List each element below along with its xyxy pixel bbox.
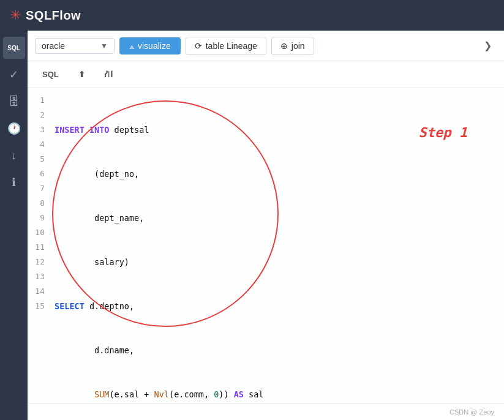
sidebar-item-database[interactable]: 🗄 — [3, 91, 25, 113]
code-line-4: salary) — [55, 255, 499, 269]
code-editor[interactable]: Step 1 1 2 3 4 5 6 7 8 9 10 11 12 13 14 — [28, 88, 504, 403]
dialect-selector[interactable]: oracle ▼ — [35, 38, 115, 54]
table-lineage-icon: ⟳ — [195, 41, 202, 51]
footer: CSDN @ Zeoy — [28, 403, 504, 420]
app-logo: ✳ SQLFlow — [10, 7, 81, 23]
app-title: SQLFlow — [26, 9, 81, 23]
line-number: 8 — [32, 196, 45, 211]
line-number: 3 — [32, 122, 45, 137]
join-label: join — [291, 41, 305, 51]
code-line-1: INSERT INTO deptsal — [55, 122, 499, 137]
table-lineage-label: table Lineage — [206, 41, 257, 51]
clock-icon: 🕐 — [7, 122, 21, 135]
diagram-icon: ⛙ — [105, 70, 113, 79]
code-line-6: d.dname, — [55, 343, 499, 358]
line-number: 5 — [32, 152, 45, 167]
check-icon: ✓ — [9, 68, 18, 81]
sidebar-item-download[interactable]: ↓ — [3, 144, 25, 167]
line-number: 11 — [32, 240, 45, 255]
code-line-7: SUM(e.sal + Nvl(e.comm, 0)) AS sal — [55, 387, 499, 402]
code-line-2: (dept_no, — [55, 167, 499, 181]
download-icon: ↓ — [11, 149, 17, 162]
database-icon: 🗄 — [9, 96, 20, 108]
app-header: ✳ SQLFlow — [0, 0, 504, 31]
visualize-button[interactable]: ⟁ visualize — [119, 37, 181, 54]
dialect-label: oracle — [42, 41, 65, 51]
line-number: 15 — [32, 299, 45, 313]
line-number: 1 — [32, 93, 45, 108]
collapse-button[interactable]: ❯ — [479, 37, 497, 54]
sql-file-icon: SQL — [7, 45, 20, 51]
content-area: oracle ▼ ⟁ visualize ⟳ table Lineage ⊕ j… — [28, 31, 504, 420]
line-number: 2 — [32, 108, 45, 122]
code-container: Step 1 1 2 3 4 5 6 7 8 9 10 11 12 13 14 — [28, 88, 504, 403]
line-number: 9 — [32, 211, 45, 225]
logo-icon: ✳ — [10, 7, 21, 23]
visualize-icon: ⟁ — [129, 41, 134, 51]
sidebar-item-sql[interactable]: SQL — [3, 37, 25, 59]
line-number: 12 — [32, 255, 45, 269]
sidebar-item-info[interactable]: ℹ — [3, 171, 25, 193]
code-lines: INSERT INTO deptsal (dept_no, dept_name,… — [50, 93, 504, 403]
line-number: 13 — [32, 269, 45, 284]
line-number: 14 — [32, 284, 45, 299]
sub-toolbar: SQL ⬆ ⛙ — [28, 61, 504, 88]
footer-credit: CSDN @ Zeoy — [449, 408, 494, 416]
sidebar-item-check[interactable]: ✓ — [3, 64, 25, 86]
code-line-5: SELECT d.deptno, — [55, 299, 499, 313]
line-number: 10 — [32, 225, 45, 240]
line-number: 4 — [32, 137, 45, 152]
join-icon: ⊕ — [280, 41, 288, 51]
collapse-icon: ❯ — [484, 40, 492, 51]
visualize-label: visualize — [138, 41, 171, 51]
diagram-button[interactable]: ⛙ — [100, 67, 118, 81]
sidebar-item-clock[interactable]: 🕐 — [3, 118, 25, 140]
dialect-chevron-icon: ▼ — [100, 42, 108, 50]
toolbar: oracle ▼ ⟁ visualize ⟳ table Lineage ⊕ j… — [28, 31, 504, 61]
main-layout: SQL ✓ 🗄 🕐 ↓ ℹ oracle ▼ ⟁ visualize — [0, 31, 504, 420]
sidebar: SQL ✓ 🗄 🕐 ↓ ℹ — [0, 31, 28, 420]
upload-icon: ⬆ — [78, 70, 85, 79]
sql-tab-button[interactable]: SQL — [37, 67, 64, 81]
line-numbers: 1 2 3 4 5 6 7 8 9 10 11 12 13 14 15 — [28, 93, 50, 403]
line-number: 6 — [32, 167, 45, 181]
code-line-3: dept_name, — [55, 211, 499, 225]
line-number: 7 — [32, 181, 45, 196]
sql-tab-label: SQL — [42, 70, 59, 79]
join-button[interactable]: ⊕ join — [271, 37, 314, 55]
upload-button[interactable]: ⬆ — [73, 67, 90, 81]
info-icon: ℹ — [12, 176, 16, 189]
table-lineage-button[interactable]: ⟳ table Lineage — [186, 37, 266, 55]
